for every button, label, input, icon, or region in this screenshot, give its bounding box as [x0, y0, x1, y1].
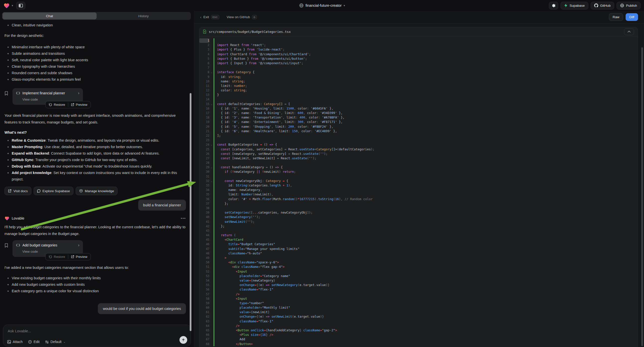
sliders-icon [45, 340, 49, 344]
code-icon [16, 244, 20, 247]
exit-button[interactable]: ‹ Exit esc [200, 15, 219, 19]
lovable-logo-icon[interactable] [4, 3, 10, 8]
code-line: 62 onChange={(e) => setNewLimit(e.target… [200, 314, 638, 319]
github-label: GitHub [600, 4, 611, 8]
list-item: View existing budget categories with the… [4, 275, 186, 281]
code-line: 39 setCategories([...categories, newCate… [200, 210, 638, 215]
edit-button[interactable]: Edit [28, 340, 40, 344]
version-card-add-budget-categories[interactable]: Add budget categories › View code Restor… [12, 240, 83, 257]
github-button[interactable]: GitHub [591, 2, 614, 10]
manage-knowledge-button[interactable]: Manage knowledge [76, 187, 118, 195]
code-line: 12 color: string; [200, 88, 638, 92]
publish-button[interactable]: Publish [616, 2, 640, 10]
code-line: 64 /> [200, 324, 638, 328]
chevron-left-icon: ‹ [200, 15, 202, 19]
code-line: 28 [200, 160, 638, 165]
code-line: 21 { id: '6', name: 'Healthcare', limit:… [200, 129, 638, 134]
code-line: 45 <ChartCard [200, 238, 638, 242]
top-bar: ▾ financial-future-creator ▾ [0, 0, 644, 11]
code-line: 52 <Input [200, 269, 638, 274]
prompt-composer[interactable]: Ask Lovable... Attach Edit [3, 324, 191, 346]
code-line: 20 { id: '5', name: 'Shopping', limit: 2… [200, 124, 638, 129]
view-code-link[interactable]: View code [22, 98, 80, 101]
code-line: 46 title="Budget Categories" [200, 242, 638, 246]
tab-history[interactable]: History [96, 12, 191, 20]
code-line: 67 Add [200, 337, 638, 342]
restore-button[interactable]: Restore [46, 103, 68, 106]
restore-preview-pill: Restore Preview [45, 101, 91, 108]
view-on-github-button[interactable]: View on GitHub G [227, 15, 257, 19]
code-lines[interactable]: 12import React from 'react';3import { Pl… [200, 36, 638, 346]
preview-button[interactable]: Preview [68, 103, 90, 106]
explore-supabase-button[interactable]: Explore Supabase [34, 187, 74, 195]
code-line: 65 <Button onClick={handleAddCategory} c… [200, 328, 638, 332]
code-scrollbar[interactable] [641, 47, 643, 346]
list-item: GitHub Sync: Transfer your project's cod… [4, 156, 184, 163]
raw-button[interactable]: Raw [609, 13, 623, 21]
chat-history-tabs: Chat History [2, 12, 191, 20]
code-line: 47 subtitle="Manage your spending limits… [200, 247, 638, 251]
preview-button[interactable]: Preview [68, 255, 90, 259]
list-item: Soft, neutral color palette with light b… [4, 57, 186, 63]
toggle-sidebar-button[interactable] [16, 2, 26, 10]
code-line: 43 [200, 228, 638, 233]
bookmark-icon[interactable] [4, 240, 12, 257]
code-line: 66 <Plus size={16} /> [200, 332, 638, 337]
list-item: Minimalist interface with plenty of whit… [4, 44, 186, 50]
esc-kbd: esc [211, 15, 219, 19]
supabase-button[interactable]: Supabase [560, 2, 588, 10]
code-line: 33 id: String(categories.length + 1), [200, 183, 638, 188]
mode-select[interactable]: Default ⌄ [45, 340, 66, 344]
list-item: Add project knowledge: Set key context o… [4, 170, 184, 182]
bookmark-icon[interactable] [4, 88, 12, 105]
chat-scrollbar[interactable] [190, 93, 192, 331]
supabase-icon [564, 4, 568, 8]
version-card-implement-financial-planner[interactable]: Implement financial planner › View code … [12, 88, 83, 105]
view-code-link[interactable]: View code [22, 250, 80, 254]
code-line: 36 color: '#' + Math.floor(Math.random()… [200, 197, 638, 202]
whats-next-heading: What's next? [4, 129, 186, 136]
file-path: src/components/budget/BudgetCategories.t… [209, 30, 291, 34]
list-item: Clean, intuitive navigation [4, 22, 186, 28]
external-link-icon [71, 255, 74, 258]
code-line: 10 name: string; [200, 79, 638, 84]
file-header[interactable]: src/components/budget/BudgetCategories.t… [200, 27, 638, 36]
visit-docs-button[interactable]: Visit docs [4, 187, 31, 195]
code-toolbar: ‹ Exit esc View on GitHub G Raw Diff [194, 11, 644, 24]
code-line: 15⌄const defaultCategories: Category[] =… [200, 102, 638, 106]
added-file-icon [203, 30, 206, 34]
code-line: 58 <Input [200, 296, 638, 301]
code-line: 3import { Plus } from 'lucide-react'; [200, 47, 638, 52]
tab-chat[interactable]: Chat [2, 12, 96, 20]
supabase-label: Supabase [570, 4, 585, 8]
code-line: 13} [200, 92, 638, 97]
diff-button[interactable]: Diff [626, 13, 638, 21]
list-item: Master Prompting: Use clear, detailed, a… [4, 144, 184, 150]
workspace-chevron-down-icon[interactable]: ▾ [12, 4, 13, 7]
send-button[interactable] [180, 336, 187, 344]
code-line: 32⌄ const newCategoryObj: Category = { [200, 179, 638, 183]
collapse-file-button[interactable] [624, 28, 634, 35]
settings-button[interactable] [549, 2, 558, 10]
list-item: Glass-morphic elements for a premium fee… [4, 76, 186, 83]
code-line: 17 { id: '2', name: 'Food & Dining', lim… [200, 111, 638, 115]
project-switcher[interactable]: financial-future-creator ▾ [299, 0, 345, 11]
chevron-up-icon [628, 30, 630, 32]
list-item: Expand with Backend: Connect Supabase to… [4, 150, 184, 156]
restore-button[interactable]: Restore [46, 255, 68, 259]
message-more-button[interactable]: ••• [181, 216, 186, 220]
code-line: 6import { Input } from '@/components/ui/… [200, 61, 638, 66]
prompt-input[interactable]: Ask Lovable... [8, 329, 186, 333]
code-line: 44 return ( [200, 233, 638, 238]
code-line: 50 <div className="space-y-6"> [200, 260, 638, 264]
code-line: 37 }; [200, 202, 638, 206]
code-line: 7 [200, 66, 638, 70]
chat-panel: Chat History Clean, intuitive navigation… [0, 11, 194, 347]
code-line: 61 value={newLimit} [200, 310, 638, 314]
attach-button[interactable]: Attach [7, 340, 23, 344]
assistant-text: I've added a new budget categories manag… [4, 264, 186, 271]
list-item: Rounded corners and subtle shadows [4, 70, 186, 76]
code-line: 29⌄ const handleAddCategory = () => { [200, 165, 638, 170]
target-icon [28, 340, 32, 344]
chevron-down-icon: ⌄ [63, 340, 66, 344]
